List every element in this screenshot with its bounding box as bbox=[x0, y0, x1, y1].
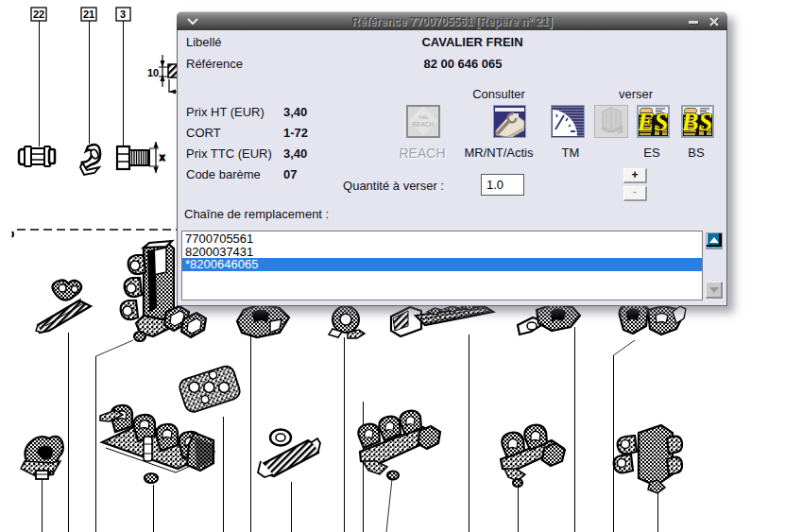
svg-text:10: 10 bbox=[147, 67, 159, 78]
svg-text:x: x bbox=[160, 152, 165, 163]
svg-text:ES: ES bbox=[639, 108, 668, 136]
svg-text:BS: BS bbox=[683, 108, 712, 136]
svg-text:22: 22 bbox=[33, 9, 44, 20]
svg-text:21: 21 bbox=[83, 9, 94, 20]
svg-text:3: 3 bbox=[120, 9, 126, 20]
svg-text:REACH: REACH bbox=[413, 121, 435, 128]
svg-text:Info: Info bbox=[418, 114, 429, 120]
